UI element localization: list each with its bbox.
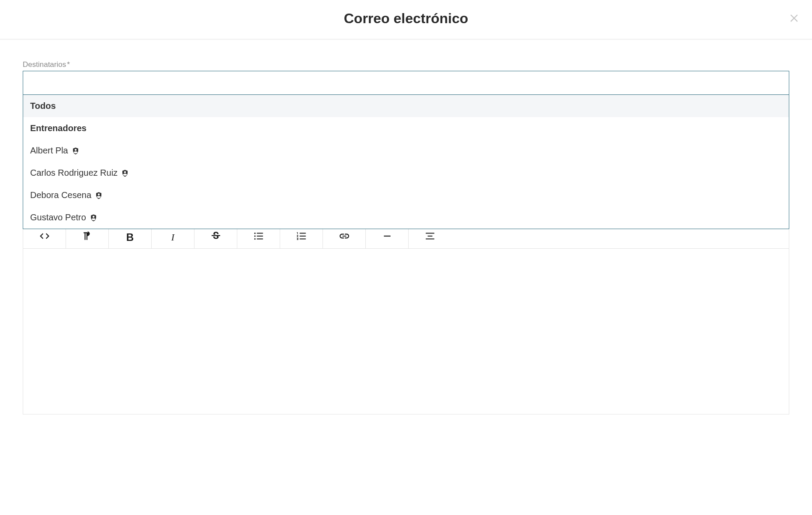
recipients-wrapper: Todos Entrenadores Albert Pla Carlos Rod…	[23, 71, 789, 95]
strikethrough-button[interactable]	[194, 226, 237, 248]
person-badge-icon	[90, 214, 97, 222]
paragraph-button[interactable]	[66, 226, 109, 248]
recipient-option-all[interactable]: Todos	[23, 95, 789, 117]
recipients-dropdown: Todos Entrenadores Albert Pla Carlos Rod…	[23, 95, 789, 229]
strikethrough-icon	[210, 230, 222, 244]
recipient-option-person[interactable]: Gustavo Petro	[23, 206, 789, 229]
recipient-group-header[interactable]: Entrenadores	[23, 117, 789, 139]
form-area: Destinatarios* Todos Entrenadores Albert…	[0, 39, 812, 414]
modal-title: Correo electrónico	[9, 10, 803, 27]
close-button[interactable]	[788, 11, 800, 25]
paragraph-icon	[82, 230, 93, 244]
person-name: Albert Pla	[30, 146, 68, 156]
recipient-option-person[interactable]: Carlos Rodriguez Ruiz	[23, 162, 789, 184]
person-name: Debora Cesena	[30, 190, 91, 200]
italic-button[interactable]: I	[152, 226, 194, 248]
code-view-button[interactable]	[23, 226, 66, 248]
person-name: Carlos Rodriguez Ruiz	[30, 168, 118, 178]
group-header-label: Entrenadores	[30, 123, 87, 133]
align-icon	[424, 230, 436, 244]
person-name: Gustavo Petro	[30, 212, 86, 223]
person-badge-icon	[121, 169, 129, 177]
ordered-list-button[interactable]	[280, 226, 323, 248]
align-button[interactable]	[409, 226, 451, 248]
person-badge-icon	[72, 147, 80, 155]
recipients-label: Destinatarios*	[23, 60, 70, 69]
person-badge-icon	[95, 191, 103, 199]
editor-toolbar: B I	[23, 226, 789, 248]
link-button[interactable]	[323, 226, 366, 248]
modal-header: Correo electrónico	[0, 0, 812, 39]
bold-button[interactable]: B	[109, 226, 152, 248]
italic-icon: I	[171, 232, 174, 243]
unordered-list-button[interactable]	[237, 226, 280, 248]
horizontal-rule-button[interactable]	[366, 226, 409, 248]
bullet-list-icon	[253, 230, 264, 244]
editor-body[interactable]	[23, 248, 789, 414]
close-icon	[788, 10, 800, 26]
option-all-label: Todos	[30, 101, 56, 111]
minus-icon	[382, 230, 393, 244]
recipients-input[interactable]	[23, 71, 789, 95]
required-mark: *	[67, 60, 70, 69]
code-icon	[39, 230, 50, 244]
recipient-option-person[interactable]: Debora Cesena	[23, 184, 789, 206]
bold-icon: B	[126, 231, 134, 244]
recipient-option-person[interactable]: Albert Pla	[23, 139, 789, 162]
link-icon	[339, 230, 350, 244]
numbered-list-icon	[296, 230, 307, 244]
recipients-label-text: Destinatarios	[23, 60, 66, 69]
